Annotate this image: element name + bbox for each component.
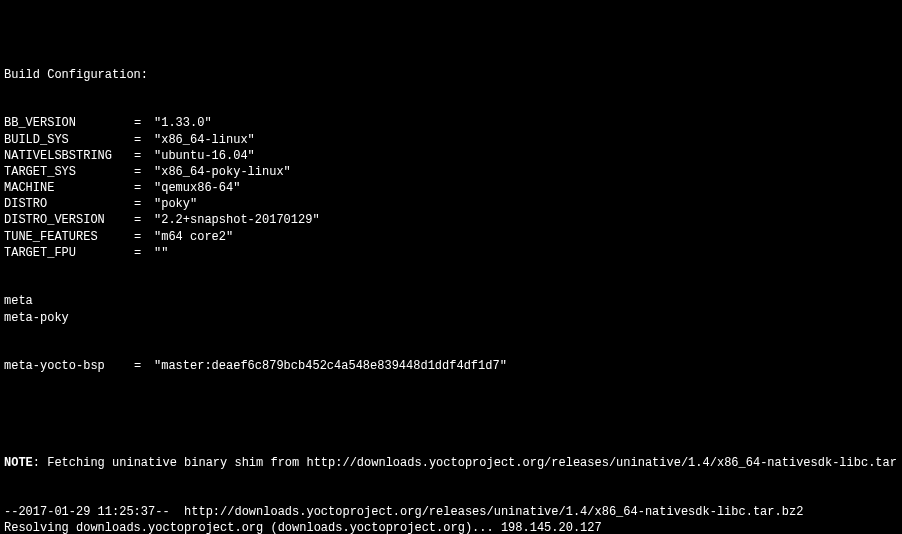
- config-eq: =: [134, 196, 154, 212]
- config-val: "1.33.0": [154, 115, 212, 131]
- note-label: NOTE: [4, 456, 33, 470]
- config-val: "ubuntu-16.04": [154, 148, 255, 164]
- config-val: "x86_64-poky-linux": [154, 164, 291, 180]
- config-row: MACHINE= "qemux86-64": [4, 180, 898, 196]
- config-key: DISTRO: [4, 196, 134, 212]
- config-row: DISTRO= "poky": [4, 196, 898, 212]
- config-val: "qemux86-64": [154, 180, 240, 196]
- config-val: "x86_64-linux": [154, 132, 255, 148]
- config-eq: =: [134, 245, 154, 261]
- meta-yocto-row: meta-yocto-bsp= "master:deaef6c879bcb452…: [4, 358, 898, 374]
- meta-block: metameta-poky: [4, 293, 898, 325]
- config-val: "m64 core2": [154, 229, 233, 245]
- config-key: BB_VERSION: [4, 115, 134, 131]
- config-row: NATIVELSBSTRING= "ubuntu-16.04": [4, 148, 898, 164]
- config-key: TUNE_FEATURES: [4, 229, 134, 245]
- config-row: TARGET_SYS= "x86_64-poky-linux": [4, 164, 898, 180]
- wget-line: Resolving downloads.yoctoproject.org (do…: [4, 520, 898, 534]
- config-block: BB_VERSION= "1.33.0"BUILD_SYS= "x86_64-l…: [4, 115, 898, 261]
- wget-block: --2017-01-29 11:25:37-- http://downloads…: [4, 504, 898, 534]
- config-row: DISTRO_VERSION= "2.2+snapshot-20170129": [4, 212, 898, 228]
- config-val: "poky": [154, 196, 197, 212]
- config-key: MACHINE: [4, 180, 134, 196]
- config-row: BB_VERSION= "1.33.0": [4, 115, 898, 131]
- fetch-note-line: NOTE: Fetching uninative binary shim fro…: [4, 455, 898, 471]
- config-eq: =: [134, 148, 154, 164]
- config-val: "": [154, 245, 168, 261]
- meta-line: meta: [4, 293, 898, 309]
- config-key: meta-yocto-bsp: [4, 358, 134, 374]
- config-key: DISTRO_VERSION: [4, 212, 134, 228]
- config-row: TUNE_FEATURES= "m64 core2": [4, 229, 898, 245]
- config-eq: =: [134, 180, 154, 196]
- config-row: BUILD_SYS= "x86_64-linux": [4, 132, 898, 148]
- config-eq: =: [134, 132, 154, 148]
- build-config-header: Build Configuration:: [4, 67, 898, 83]
- config-row: TARGET_FPU= "": [4, 245, 898, 261]
- config-val: "2.2+snapshot-20170129": [154, 212, 320, 228]
- config-eq: =: [134, 164, 154, 180]
- config-key: TARGET_FPU: [4, 245, 134, 261]
- blank-line: [4, 407, 898, 423]
- config-eq: =: [134, 229, 154, 245]
- config-eq: =: [134, 115, 154, 131]
- meta-line: meta-poky: [4, 310, 898, 326]
- config-eq: =: [134, 358, 154, 374]
- config-val: "master:deaef6c879bcb452c4a548e839448d1d…: [154, 358, 507, 374]
- wget-line: --2017-01-29 11:25:37-- http://downloads…: [4, 504, 898, 520]
- config-key: BUILD_SYS: [4, 132, 134, 148]
- fetch-note-text: : Fetching uninative binary shim from ht…: [33, 456, 898, 470]
- config-eq: =: [134, 212, 154, 228]
- config-key: TARGET_SYS: [4, 164, 134, 180]
- config-key: NATIVELSBSTRING: [4, 148, 134, 164]
